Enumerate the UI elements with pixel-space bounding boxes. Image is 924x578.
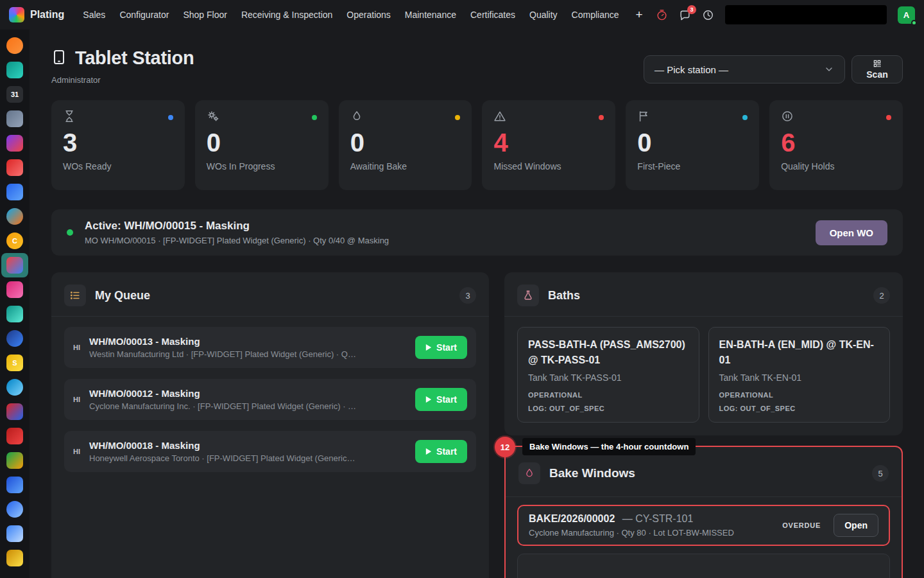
start-button[interactable]: Start [415,440,467,463]
work-order-title: WH/MO/00018 - Masking [89,440,406,451]
menu-item-maintenance[interactable]: Maintenance [398,6,463,24]
timer-icon[interactable] [656,9,668,21]
baths-title: Baths [548,289,580,302]
scan-label: Scan [866,69,887,80]
security-icon [6,135,23,152]
systray-blank-panel [725,5,887,24]
queue-item[interactable]: HIWH/MO/00012 - MaskingCyclone Manufactu… [64,379,476,420]
stat-label: WOs In Progress [207,161,317,171]
active-wo-subtitle: MO WH/MO/00015 · [FP-WIDGET] Plated Widg… [85,236,389,245]
sidebar-item-apps-grid[interactable] [1,180,28,204]
sidebar-item-contacts[interactable] [1,107,28,131]
discuss-icon [6,37,23,54]
bake-row[interactable]: BAKE/2026/00002 — CY-STR-101 Cyclone Man… [517,505,890,546]
start-button[interactable]: Start [415,388,467,411]
stat-value: 3 [63,128,173,157]
overdue-label: OVERDUE [782,521,821,529]
bake-droplet-icon [518,462,540,484]
sidebar-item-cutting[interactable] [1,277,28,302]
queue-item[interactable]: HIWH/MO/00018 - MaskingHoneywell Aerospa… [64,431,476,472]
topbar-menu: SalesConfiguratorShop FloorReceiving & I… [76,6,626,24]
chat-icon[interactable]: 3 [679,9,691,21]
sidebar-item-calendar[interactable]: 31 [1,82,28,107]
sidebar-item-planet[interactable] [1,375,28,399]
menu-item-quality[interactable]: Quality [522,6,565,24]
crm-icon: C [6,232,23,249]
stat-label: WOs Ready [63,161,173,171]
plating-icon [6,257,23,274]
sidebar-item-reporting[interactable] [1,448,28,473]
menu-item-compliance[interactable]: Compliance [565,6,626,24]
sidebar-item-lab[interactable] [1,546,28,570]
sidebar-item-crm[interactable]: C [1,229,28,253]
sidebar-item-flags[interactable] [1,399,28,424]
chat-badge: 3 [687,5,696,14]
stat-value: 6 [781,128,891,157]
menu-item-receiving-inspection[interactable]: Receiving & Inspection [234,6,339,24]
status-dot [455,115,460,120]
stat-card-first-piece: 0First-Piece [626,100,759,190]
queue-item[interactable]: HIWH/MO/00013 - MaskingWestin Manufactur… [64,327,476,368]
sidebar-item-links[interactable] [1,521,28,546]
bake-subtitle: Cyclone Manufacturing · Qty 80 · Lot LOT… [529,528,769,538]
stat-label: Awaiting Bake [350,161,461,171]
calendar-icon: 31 [6,86,23,103]
stat-card-quality-holds: 6Quality Holds [769,100,903,190]
droplet-icon [350,110,363,125]
sidebar-item-analytics[interactable] [1,155,28,180]
analytics-icon [6,159,23,176]
menu-item-shop-floor[interactable]: Shop Floor [176,6,234,24]
menu-item-certificates[interactable]: Certificates [463,6,522,24]
topbar: Plating SalesConfiguratorShop FloorRecei… [0,0,924,30]
active-wo-title: Active: WH/MO/00015 - Masking [85,220,389,232]
bath-card[interactable]: EN-BATH-A (EN_MID) @ TK-EN-01Tank Tank T… [708,327,891,423]
brand-name: Plating [30,9,64,21]
finishing-icon [6,306,23,322]
sidebar-item-inventory[interactable] [1,424,28,448]
work-order-subtitle: Cyclone Manufacturing Inc. · [FP-WIDGET]… [89,401,406,411]
open-button[interactable]: Open [834,514,878,537]
stat-label: Quality Holds [781,161,891,171]
apps-grid-icon [6,184,23,200]
status-dot [168,115,173,120]
sidebar-item-notes[interactable] [1,58,28,82]
stat-value: 4 [493,128,604,157]
sidebar-item-security[interactable] [1,131,28,155]
menu-item-sales[interactable]: Sales [76,6,112,24]
status-dot [886,115,891,120]
bath-card[interactable]: PASS-BATH-A (PASS_AMS2700) @ TK-PASS-01T… [517,327,699,423]
sidebar-item-plating[interactable] [1,253,28,277]
start-button[interactable]: Start [415,336,467,359]
work-order-subtitle: Westin Manufacturing Ltd · [FP-WIDGET] P… [89,349,406,359]
systray: 3 A [656,5,915,24]
menu-item-configurator[interactable]: Configurator [112,6,176,24]
sidebar-item-fleet[interactable] [1,473,28,497]
activity-clock-icon[interactable] [702,9,714,21]
plus-icon[interactable]: + [630,6,649,23]
station-select[interactable]: — Pick station — [644,55,845,83]
priority-badge: HI [73,448,80,455]
sidebar-item-discuss[interactable] [1,33,28,58]
open-wo-button[interactable]: Open WO [816,220,887,245]
scan-button[interactable]: Scan [851,55,903,83]
user-avatar[interactable]: A [898,6,915,24]
sidebar-item-website[interactable] [1,326,28,351]
sidebar-item-energy[interactable]: S [1,351,28,375]
sidebar-item-finishing[interactable] [1,302,28,326]
play-icon [425,396,432,403]
qr-icon [873,59,882,68]
gears-icon [207,110,219,125]
hourglass-icon [63,110,76,125]
sidebar-item-dashboards[interactable] [1,204,28,229]
app-logo-icon[interactable] [9,7,24,22]
priority-badge: HI [73,396,80,403]
energy-icon: S [6,355,23,371]
sidebar-item-maps[interactable] [1,497,28,521]
status-dot [599,115,604,120]
menu-item-operations[interactable]: Operations [339,6,397,24]
bake-row-partial[interactable] [517,554,890,578]
planet-icon [6,379,23,396]
stat-label: Missed Windows [493,161,604,171]
status-dot [742,115,748,120]
stat-value: 0 [350,128,461,157]
